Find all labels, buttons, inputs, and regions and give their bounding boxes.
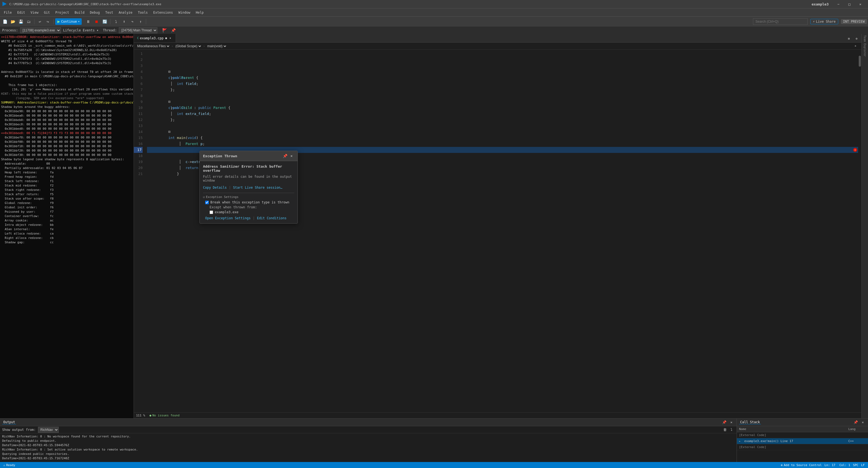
exception-pin-button[interactable]: 📌 (282, 153, 288, 159)
menu-window[interactable]: Window (176, 8, 193, 16)
menu-file[interactable]: File (1, 8, 14, 16)
close-button[interactable]: × (855, 0, 866, 8)
callstack-panel-actions: 📌 × (853, 420, 866, 425)
lf-status[interactable]: LF (860, 462, 866, 468)
process-select[interactable]: [11708] example3.exe (20, 27, 61, 33)
expand-editor-button[interactable]: + (851, 42, 859, 50)
editor-scrollbar[interactable] (858, 50, 862, 412)
menu-test[interactable]: Test (102, 8, 116, 16)
int-preview-button[interactable]: INT PREVIEW (841, 19, 867, 24)
menu-analyze[interactable]: Analyze (116, 8, 135, 16)
menu-tools[interactable]: Tools (135, 8, 151, 16)
menu-extensions[interactable]: Extensions (151, 8, 176, 16)
undo-button[interactable]: ↩ (36, 18, 44, 25)
code-line-14 (147, 129, 862, 135)
add-source-control[interactable]: ⊕ Add to Source Control (780, 462, 823, 468)
menu-help[interactable]: Help (193, 8, 206, 16)
menu-git[interactable]: Git (41, 8, 53, 16)
menu-debug[interactable]: Debug (87, 8, 102, 16)
edit-conditions-link[interactable]: Edit Conditions (257, 216, 286, 220)
debug-flag-btn[interactable]: 🚩 (161, 27, 168, 34)
output-close-btn[interactable]: × (728, 420, 735, 425)
spc-status[interactable]: SPC (852, 462, 860, 468)
break-when-thrown-checkbox[interactable] (205, 201, 209, 204)
stop-button[interactable]: ⏹ (93, 18, 100, 25)
step-into-button[interactable]: ⬇ (120, 18, 128, 25)
more-tabs-button[interactable]: ⚙ (853, 35, 860, 42)
callstack-cell-lang-2: C++ (846, 439, 868, 443)
editor-area[interactable]: 12345 678910 1112131415 16 17 18192021 ⊟… (134, 50, 862, 412)
team-explorer-btn[interactable]: Team Explorer (863, 35, 866, 57)
thread-select[interactable]: [24756] Main Thread (119, 27, 157, 33)
zoom-indicator[interactable]: 111 % (136, 414, 145, 417)
callstack-row-1[interactable]: [External Code] (737, 432, 868, 438)
terminal-line: HINT: this may be a false positive if yo… (1, 92, 132, 96)
lifecycle-select[interactable]: Lifecycle Events ▾ (63, 28, 99, 32)
output-scroll-btn[interactable]: ⤵ (728, 427, 735, 433)
output-panel-header: Output 📌 × (0, 419, 737, 426)
callstack-tab[interactable]: Call Stack (739, 420, 761, 424)
example3-exe-checkbox[interactable] (210, 210, 213, 214)
output-tab[interactable]: Output (2, 420, 16, 424)
step-out-button[interactable]: ↑ (136, 18, 144, 25)
terminal-line: Global redzone: f9 (1, 201, 132, 205)
right-sidebar: Team Explorer (862, 34, 868, 418)
secondary-bar: Miscellaneous Files › (Global Scope) › m… (134, 43, 862, 50)
callstack-close-btn[interactable]: × (860, 420, 866, 425)
menu-project[interactable]: Project (53, 8, 72, 16)
live-share-session-link[interactable]: Start Live Share session… (233, 186, 282, 190)
show-next-statement[interactable]: ⤵ (112, 18, 120, 25)
output-clear-btn[interactable]: 🗑 (722, 427, 728, 433)
breadcrumb-files-select[interactable]: Miscellaneous Files (136, 44, 170, 48)
terminal-panel[interactable]: ==11708==ERROR: AddressSanitizer: stack-… (0, 34, 134, 418)
debug-bar-actions: 🚩 📌 (161, 27, 177, 34)
menu-build[interactable]: Build (72, 8, 87, 16)
open-file-button[interactable]: 📂 (9, 18, 17, 25)
breadcrumb-scope-select[interactable]: (Global Scope) (174, 44, 202, 48)
restart-button[interactable]: 🔄 (101, 18, 108, 25)
split-editor-button[interactable]: ⊞ (845, 35, 853, 42)
ready-status[interactable]: ⚠ Ready (2, 462, 17, 468)
callstack-row-2[interactable]: ► example3.exe!main() Line 17 C++ (737, 438, 868, 444)
output-pin-btn[interactable]: 📌 (721, 420, 727, 425)
terminal-line: 0x301bbf10: 00 00 00 00 00 00 00 00 00 0… (1, 144, 132, 148)
callstack-cell-name-2: ► example3.exe!main() Line 17 (737, 439, 846, 443)
redo-button[interactable]: ↪ (44, 18, 52, 25)
new-file-button[interactable]: 📄 (1, 18, 9, 25)
terminal-line: [16, 20) 'p' <== Memory access at offset… (1, 88, 132, 92)
callstack-row-3[interactable]: [External Code] (737, 444, 868, 450)
continue-button[interactable]: ▶ Continue ▾ (55, 18, 82, 25)
step-over-button[interactable]: ↷ (128, 18, 136, 25)
code-line-5: ⊟│ int field; (147, 75, 862, 81)
exception-header: Exception Thrown 📌 × (200, 151, 298, 161)
menu-view[interactable]: View (28, 8, 41, 16)
terminal-line: 0x301bbe90: 00 00 00 00 00 00 00 00 00 0… (1, 109, 132, 113)
editor-scroll-thumb[interactable] (859, 56, 861, 67)
ln-col-status[interactable]: Ln: 17 Col: 1 (824, 462, 851, 468)
output-source-select[interactable]: RichNav (38, 427, 59, 433)
breadcrumb-func-select[interactable]: main(void) (206, 44, 227, 48)
tab-close-button[interactable]: × (168, 36, 173, 40)
exception-close-button[interactable]: × (289, 153, 294, 159)
minimize-button[interactable]: − (833, 0, 844, 8)
open-exception-settings-link[interactable]: Open Exception Settings (205, 216, 251, 220)
live-share-button[interactable]: ⚡ Live Share (810, 19, 838, 24)
terminal-line: SUMMARY: AddressSanitizer: stack-buffer-… (1, 100, 132, 105)
code-content[interactable]: ⊟ class Parent { ⊟┌public: ⊟│ int field;… (145, 50, 862, 412)
menu-edit[interactable]: Edit (14, 8, 28, 16)
callstack-pin-btn[interactable]: 📌 (853, 420, 859, 425)
save-button[interactable]: 💾 (17, 18, 25, 25)
lf-label: LF (861, 463, 865, 467)
title-bar-right: example3 − □ × (811, 0, 866, 8)
output-content[interactable]: RichNav Information: 0 : No workspace fo… (0, 433, 737, 462)
restore-button[interactable]: □ (844, 0, 855, 8)
tab-example3[interactable]: C example3.cpp ● × (134, 34, 176, 42)
continue-dropdown-icon[interactable]: ▾ (78, 20, 80, 23)
pause-button[interactable]: ⏸ (85, 18, 92, 25)
search-input[interactable] (753, 18, 808, 25)
breadcrumb-actions: + (851, 42, 859, 50)
save-all-button[interactable]: 🗂 (25, 18, 32, 25)
debug-pin-btn[interactable]: 📌 (169, 27, 177, 34)
thread-label: Thread: (103, 28, 117, 32)
copy-details-link[interactable]: Copy Details (203, 186, 227, 190)
